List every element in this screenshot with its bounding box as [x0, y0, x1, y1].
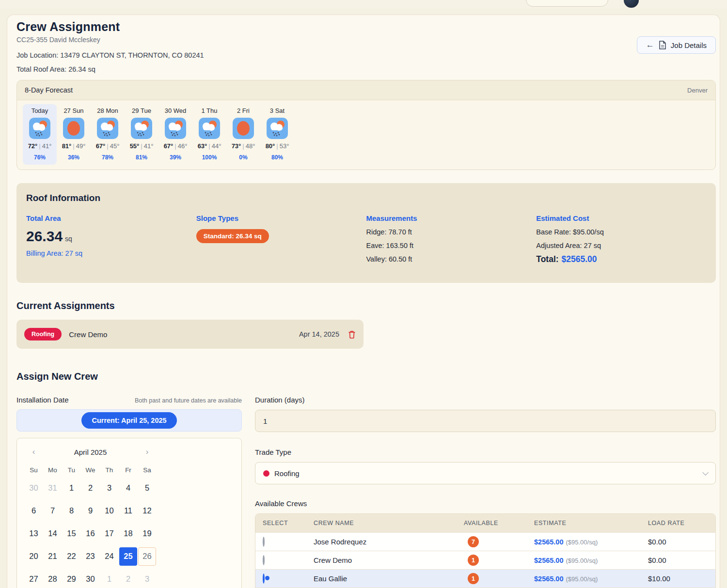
current-date-button[interactable]: Current: April 25, 2025 [81, 412, 176, 429]
crew-load-rate: $10.00 [648, 574, 715, 583]
day-precip: 100% [193, 154, 225, 161]
duration-input[interactable] [255, 410, 716, 432]
calendar-next-icon[interactable]: › [138, 447, 157, 457]
crew-estimate: $2565.00($95.00/sq) [534, 538, 648, 546]
calendar-day[interactable]: 20 [24, 545, 43, 568]
calendar-day[interactable]: 10 [100, 499, 119, 522]
estimated-cost-block: Estimated Cost Base Rate: $95.00/sq Adju… [536, 214, 706, 264]
trade-type-select[interactable]: Roofing [255, 462, 716, 484]
crew-radio[interactable] [263, 537, 265, 547]
calendar-day[interactable]: 23 [81, 545, 100, 568]
forecast-day[interactable]: 28 Mon 67°|45° 78% [91, 104, 125, 165]
current-date-banner: Current: April 25, 2025 [16, 409, 242, 432]
calendar-day[interactable]: 31 [43, 477, 62, 499]
calendar-day[interactable]: 28 [43, 568, 62, 588]
weekday-label: Su [24, 466, 43, 474]
trash-icon [348, 333, 356, 340]
weekday-label: Th [100, 466, 119, 474]
available-crews-table: SELECT CREW NAME AVAILABLE ESTIMATE LOAD… [255, 513, 716, 588]
day-temps: 81°|49° [58, 142, 90, 150]
crew-radio[interactable] [263, 555, 265, 565]
day-precip: 76% [24, 154, 56, 161]
day-label: 30 Wed [159, 107, 191, 114]
calendar-day[interactable]: 11 [119, 499, 138, 522]
assign-new-crew-title: Assign New Crew [16, 371, 716, 382]
forecast-day[interactable]: Today 72°|41° 76% [23, 104, 57, 165]
forecast-city: Denver [687, 87, 708, 94]
calendar-day[interactable]: 1 [100, 568, 119, 588]
calendar-day[interactable]: 24 [100, 545, 119, 568]
calendar-day[interactable]: 3 [138, 568, 157, 588]
job-location: Job Location: 13479 CLAYTON ST, THORNTON… [16, 51, 716, 59]
calendar-day[interactable]: 4 [119, 477, 138, 499]
crew-load-rate: $0.00 [648, 538, 715, 546]
assignment-date: Apr 14, 2025 [299, 330, 339, 338]
crew-name: Jose Rodrequez [314, 538, 464, 546]
calendar-day[interactable]: 5 [138, 477, 157, 499]
forecast-day[interactable]: 27 Sun 81°|49° 36% [57, 104, 91, 165]
total-area-label: Total Area [26, 214, 196, 222]
forecast-day[interactable]: 3 Sat 80°|53° 80% [260, 104, 294, 165]
calendar-day[interactable]: 2 [119, 568, 138, 588]
calendar-day[interactable]: 7 [43, 499, 62, 522]
calendar-day[interactable]: 6 [24, 499, 43, 522]
calendar-day[interactable]: 30 [81, 568, 100, 588]
day-precip: 80% [261, 154, 293, 161]
weather-rain-sun-icon [131, 118, 152, 139]
calendar-day[interactable]: 16 [81, 522, 100, 545]
col-crew-name: CREW NAME [314, 520, 464, 526]
calendar-day[interactable]: 26 [138, 545, 157, 568]
calendar-day[interactable]: 14 [43, 522, 62, 545]
trade-type-label: Trade Type [255, 448, 716, 456]
calendar-day[interactable]: 17 [100, 522, 119, 545]
calendar-day[interactable]: 30 [24, 477, 43, 499]
calendar-day[interactable]: 22 [62, 545, 81, 568]
crew-row[interactable]: Crew Demo 1 $2565.00($95.00/sq) $0.00 [255, 551, 715, 569]
trade-badge: Roofing [24, 328, 62, 340]
calendar-day[interactable]: 12 [138, 499, 157, 522]
calendar-day[interactable]: 29 [62, 568, 81, 588]
calendar-day[interactable]: 18 [119, 522, 138, 545]
col-available: AVAILABLE [464, 520, 534, 526]
document-icon [659, 41, 666, 49]
total-roof-area: Total Roof Area: 26.34 sq [16, 65, 716, 73]
day-temps: 80°|53° [261, 142, 293, 150]
calendar-day-selected[interactable]: 25 [119, 545, 138, 568]
forecast-day[interactable]: 2 Fri 73°|48° 0% [226, 104, 260, 165]
job-details-button[interactable]: ← Job Details [637, 36, 716, 54]
day-precip: 0% [227, 154, 259, 161]
calendar-day[interactable]: 13 [24, 522, 43, 545]
forecast-day[interactable]: 30 Wed 67°|46° 39% [158, 104, 192, 165]
calendar-day[interactable]: 2 [81, 477, 100, 499]
delete-assignment-button[interactable] [348, 330, 356, 339]
forecast-header: 8-Day Forecast Denver [17, 80, 715, 100]
calendar-day[interactable]: 27 [24, 568, 43, 588]
crew-row-selected[interactable]: Eau Gallie 1 $2565.00($95.00/sq) $10.00 [255, 569, 715, 588]
calendar-day[interactable]: 3 [100, 477, 119, 499]
day-label: 27 Sun [58, 107, 90, 114]
forecast-day[interactable]: 29 Tue 55°|41° 81% [125, 104, 158, 165]
crew-row[interactable]: Jose Rodrequez 7 $2565.00($95.00/sq) $0.… [255, 532, 715, 551]
page-title: Crew Assignment [16, 20, 716, 34]
day-precip: 39% [159, 154, 191, 161]
calendar-day[interactable]: 8 [62, 499, 81, 522]
day-precip: 78% [92, 154, 124, 161]
available-count-badge: 1 [468, 555, 479, 566]
calendar-prev-icon[interactable]: ‹ [24, 447, 43, 457]
calendar-day[interactable]: 15 [62, 522, 81, 545]
crew-radio-selected[interactable] [263, 573, 265, 584]
day-label: 1 Thu [193, 107, 225, 114]
calendar-day[interactable]: 9 [81, 499, 100, 522]
calendar-day[interactable]: 21 [43, 545, 62, 568]
calendar-day[interactable]: 19 [138, 522, 157, 545]
weather-rain-sun-icon [267, 118, 288, 139]
global-search-input[interactable] [526, 0, 608, 7]
user-avatar[interactable] [624, 0, 639, 8]
date-hint: Both past and future dates are available [135, 397, 242, 404]
calendar-day[interactable]: 1 [62, 477, 81, 499]
job-id-subtitle: CC25-355 David Mccleskey [16, 36, 716, 44]
forecast-day[interactable]: 1 Thu 63°|44° 100% [192, 104, 226, 165]
crews-table-header: SELECT CREW NAME AVAILABLE ESTIMATE LOAD… [255, 514, 715, 532]
measurements-label: Measurements [366, 214, 537, 222]
calendar: ‹ April 2025 › Su Mo Tu We Th Fr Sa 30 3… [16, 438, 242, 588]
